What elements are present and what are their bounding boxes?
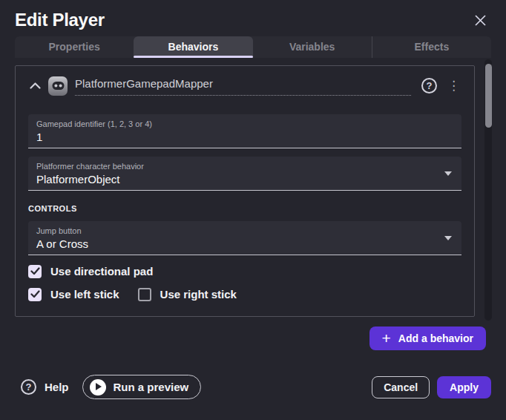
close-icon <box>474 14 487 29</box>
checkbox-label: Use left stick <box>50 288 119 301</box>
chevron-down-icon <box>444 171 452 176</box>
tab-bar: Properties Behaviors Variables Effects <box>15 36 491 58</box>
question-mark-glyph: ? <box>26 381 32 393</box>
behavior-card: PlatformerGamepadMapper ? ⋮ Gamepad iden… <box>15 65 475 317</box>
chevron-down-icon <box>444 236 452 240</box>
field-label: Jump button <box>36 226 453 235</box>
field-label: Platformer character behavior <box>36 162 453 171</box>
behaviors-panel: PlatformerGamepadMapper ? ⋮ Gamepad iden… <box>0 58 506 350</box>
footer-right: Cancel Apply <box>372 376 491 398</box>
gamepad-identifier-field[interactable]: Gamepad identifier (1, 2, 3 or 4) 1 <box>28 114 461 148</box>
controls-section-heading: CONTROLS <box>28 204 461 213</box>
help-label: Help <box>45 381 69 393</box>
platformer-behavior-select[interactable]: Platformer character behavior Platformer… <box>28 157 461 191</box>
page-title: Edit Player <box>15 10 105 31</box>
tab-effects[interactable]: Effects <box>372 36 491 58</box>
help-button[interactable]: ? Help <box>21 379 69 395</box>
dialog-footer: ? Help Run a preview Cancel Apply <box>0 350 506 420</box>
behavior-options-button[interactable]: ⋮ <box>446 79 461 92</box>
checkbox-row: Use left stick Use right stick <box>28 288 461 301</box>
cancel-button[interactable]: Cancel <box>372 376 430 398</box>
tab-properties[interactable]: Properties <box>15 36 134 58</box>
checkbox-box <box>28 288 42 301</box>
add-behavior-button[interactable]: + Add a behavior <box>369 327 486 350</box>
checkbox-label: Use right stick <box>160 288 237 301</box>
dialog-header: Edit Player <box>0 0 506 34</box>
jump-button-select[interactable]: Jump button A or Cross <box>28 221 461 255</box>
run-preview-button[interactable]: Run a preview <box>82 375 202 399</box>
gamepad-icon <box>48 76 68 96</box>
platformer-behavior-value: PlatformerObject <box>36 173 453 186</box>
scrollbar-thumb[interactable] <box>485 64 492 128</box>
checkbox-box <box>28 265 42 278</box>
use-directional-pad-checkbox[interactable]: Use directional pad <box>28 265 153 278</box>
play-icon <box>90 379 106 396</box>
plus-icon: + <box>382 330 391 346</box>
help-icon: ? <box>21 379 36 395</box>
gamepad-identifier-value: 1 <box>36 131 453 143</box>
run-preview-label: Run a preview <box>114 381 189 393</box>
close-button[interactable] <box>472 13 488 30</box>
behavior-card-header: PlatformerGamepadMapper ? ⋮ <box>28 75 461 97</box>
scrollbar-track[interactable] <box>484 59 492 321</box>
collapse-behavior-button[interactable] <box>28 79 42 93</box>
field-label: Gamepad identifier (1, 2, 3 or 4) <box>36 119 453 128</box>
checkbox-row: Use directional pad <box>28 265 461 278</box>
apply-button[interactable]: Apply <box>437 376 491 398</box>
edit-player-dialog: Edit Player Properties Behaviors Variabl… <box>0 0 506 420</box>
add-behavior-row: + Add a behavior <box>15 327 491 350</box>
use-left-stick-checkbox[interactable]: Use left stick <box>28 288 119 301</box>
jump-button-value: A or Cross <box>36 237 453 250</box>
footer-left: ? Help Run a preview <box>21 375 201 399</box>
use-right-stick-checkbox[interactable]: Use right stick <box>138 288 237 301</box>
checkbox-label: Use directional pad <box>50 265 153 278</box>
behavior-name-input[interactable]: PlatformerGamepadMapper <box>75 76 411 96</box>
chevron-up-icon <box>30 80 41 91</box>
question-mark-icon: ? <box>427 80 433 91</box>
behavior-help-button[interactable]: ? <box>421 78 437 93</box>
tab-behaviors[interactable]: Behaviors <box>134 36 252 58</box>
checkbox-box <box>138 288 151 301</box>
tab-variables[interactable]: Variables <box>253 36 372 58</box>
add-behavior-label: Add a behavior <box>398 332 473 344</box>
kebab-menu-icon: ⋮ <box>447 79 460 93</box>
